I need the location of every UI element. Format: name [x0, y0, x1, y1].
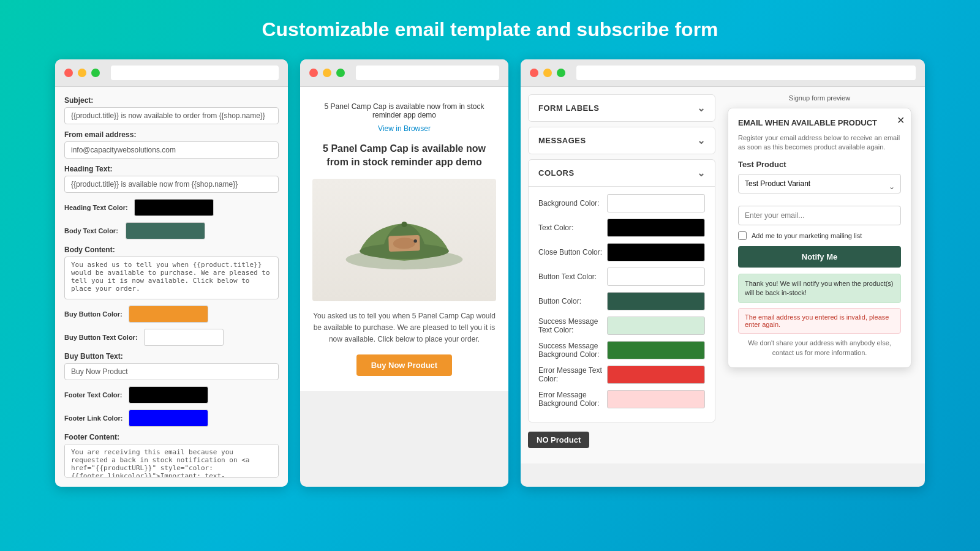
close-btn-color-label: Close Button Color:: [538, 248, 607, 257]
footer-text-color-swatch[interactable]: [129, 386, 208, 403]
accordion-settings-area: FORM LABELS ⌄ MESSAGES ⌄ COLORS ⌄: [528, 94, 715, 456]
bg-color-row: Background Color:: [538, 194, 705, 212]
messages-arrow: ⌄: [697, 135, 706, 146]
signup-notify-button[interactable]: Notify Me: [738, 246, 901, 268]
form-labels-header[interactable]: FORM LABELS ⌄: [529, 95, 715, 121]
view-in-browser-link[interactable]: View in Browser: [312, 124, 496, 133]
mid-maximize-btn[interactable]: [336, 69, 345, 77]
form-labels-title: FORM LABELS: [538, 103, 599, 113]
btn-color-label: Button Color:: [538, 297, 607, 305]
mid-addressbar: [356, 66, 499, 80]
btn-text-color-label: Button Text Color:: [538, 272, 607, 281]
text-color-row: Text Color:: [538, 219, 705, 237]
error-bg-color-swatch[interactable]: [607, 390, 705, 408]
form-labels-accordion: FORM LABELS ⌄: [528, 94, 715, 122]
footer-text-color-row: Footer Text Color:: [64, 386, 279, 403]
from-email-input[interactable]: [64, 141, 279, 159]
messages-header[interactable]: MESSAGES ⌄: [529, 127, 715, 154]
heading-color-label: Heading Text Color:: [64, 204, 128, 211]
success-bg-color-swatch[interactable]: [607, 341, 705, 359]
signup-modal-desc: Register your email address below to rec…: [738, 133, 901, 152]
bg-color-swatch[interactable]: [607, 194, 705, 212]
right-browser-window: FORM LABELS ⌄ MESSAGES ⌄ COLORS ⌄: [521, 59, 925, 487]
error-bg-color-label: Error Message Background Color:: [538, 391, 607, 408]
success-text-color-swatch[interactable]: [607, 317, 705, 335]
right-close-btn[interactable]: [530, 69, 538, 77]
messages-accordion: MESSAGES ⌄: [528, 127, 715, 154]
svg-point-5: [401, 222, 407, 227]
email-product-image: [312, 179, 496, 301]
subject-group: Subject:: [64, 96, 279, 124]
body-content-textarea[interactable]: You asked us to tell you when {{product.…: [64, 257, 279, 299]
left-browser-window: Subject: From email address: Heading Tex…: [55, 59, 288, 487]
email-heading: 5 Panel Camp Cap is available now from i…: [312, 142, 496, 170]
mid-close-btn[interactable]: [309, 69, 318, 77]
text-color-swatch[interactable]: [607, 219, 705, 237]
email-subject-text: 5 Panel Camp Cap is available now from i…: [312, 102, 496, 119]
buy-btn-text-label: Buy Button Text:: [64, 352, 279, 361]
right-browser-content: FORM LABELS ⌄ MESSAGES ⌄ COLORS ⌄: [521, 87, 925, 463]
page-title: Customizable email template and subscrib…: [262, 18, 718, 41]
signup-modal-close-icon[interactable]: ✕: [897, 114, 905, 126]
footer-link-color-label: Footer Link Color:: [64, 414, 123, 422]
buy-btn-color-swatch[interactable]: [129, 305, 208, 323]
buy-btn-color-row: Buy Button Color:: [64, 305, 279, 323]
signup-email-input[interactable]: [738, 206, 901, 225]
mid-minimize-btn[interactable]: [323, 69, 331, 77]
hat-illustration: [343, 191, 466, 289]
footer-link-color-swatch[interactable]: [129, 410, 208, 427]
heading-color-row: Heading Text Color:: [64, 199, 279, 216]
btn-text-color-row: Button Text Color:: [538, 268, 705, 286]
form-labels-arrow: ⌄: [697, 102, 706, 114]
signup-variant-select[interactable]: Test Product Variant: [738, 174, 901, 193]
left-maximize-btn[interactable]: [91, 69, 100, 77]
bg-color-label: Background Color:: [538, 199, 607, 208]
right-minimize-btn[interactable]: [543, 69, 552, 77]
btn-color-row: Button Color:: [538, 292, 705, 310]
subject-input[interactable]: [64, 107, 279, 124]
error-bg-color-row: Error Message Background Color:: [538, 390, 705, 408]
footer-text-color-label: Footer Text Color:: [64, 391, 123, 399]
signup-checkbox-row: Add me to your marketing mailing list: [738, 231, 901, 240]
body-color-swatch[interactable]: [126, 222, 205, 239]
buy-btn-text-group: Buy Button Text:: [64, 352, 279, 380]
left-close-btn[interactable]: [64, 69, 73, 77]
signup-preview-area: Signup form preview ✕ EMAIL WHEN AVAILAB…: [722, 94, 918, 456]
body-content-group: Body Content: You asked us to tell you w…: [64, 246, 279, 299]
email-preview: 5 Panel Camp Cap is available now from i…: [303, 93, 505, 385]
email-buy-button[interactable]: Buy Now Product: [356, 354, 452, 376]
middle-titlebar: [300, 59, 508, 87]
buy-btn-text-input[interactable]: [64, 363, 279, 380]
left-browser-content: Subject: From email address: Heading Tex…: [55, 87, 288, 487]
colors-content: Background Color: Text Color: Close Butt…: [529, 186, 715, 422]
success-bg-color-row: Success Message Background Color:: [538, 341, 705, 359]
left-minimize-btn[interactable]: [78, 69, 86, 77]
footer-content-textarea[interactable]: You are receiving this email because you…: [64, 444, 279, 478]
no-product-area: NO Product: [528, 432, 715, 456]
signup-modal-title: EMAIL WHEN AVAILABLE PRODUCT: [738, 118, 901, 129]
signup-select-wrapper: Test Product Variant ⌄: [738, 174, 901, 200]
signup-footer-message: We don't share your address with anybody…: [738, 339, 901, 358]
right-maximize-btn[interactable]: [557, 69, 565, 77]
heading-text-label: Heading Text:: [64, 165, 279, 173]
buy-btn-text-color-swatch[interactable]: [144, 329, 224, 346]
signup-product-name: Test Product: [738, 160, 901, 169]
heading-color-swatch[interactable]: [134, 199, 214, 216]
success-text-color-row: Success Message Text Color:: [538, 317, 705, 335]
body-color-label: Body Text Color:: [64, 227, 119, 234]
btn-text-color-swatch[interactable]: [607, 268, 705, 286]
close-btn-color-swatch[interactable]: [607, 243, 705, 261]
body-content-label: Body Content:: [64, 246, 279, 254]
text-color-label: Text Color:: [538, 223, 607, 232]
signup-preview-title: Signup form preview: [728, 94, 911, 102]
heading-text-input[interactable]: [64, 176, 279, 193]
messages-title: MESSAGES: [538, 136, 586, 145]
error-text-color-swatch[interactable]: [607, 365, 705, 384]
subject-label: Subject:: [64, 96, 279, 105]
colors-title: COLORS: [538, 168, 575, 178]
signup-marketing-checkbox[interactable]: [738, 231, 747, 240]
from-email-label: From email address:: [64, 130, 279, 139]
colors-header[interactable]: COLORS ⌄: [529, 160, 715, 186]
footer-link-color-row: Footer Link Color:: [64, 410, 279, 427]
btn-color-swatch[interactable]: [607, 292, 705, 310]
